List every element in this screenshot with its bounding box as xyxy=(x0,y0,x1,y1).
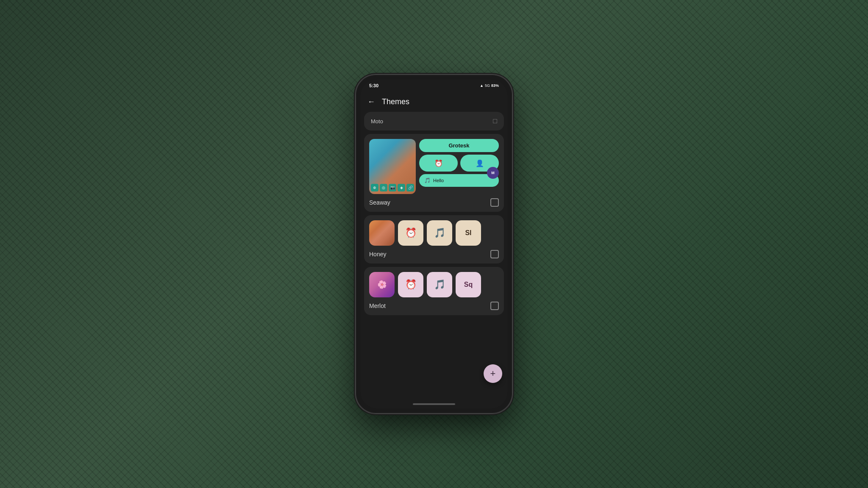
theme-card-moto[interactable]: Moto □ xyxy=(364,112,504,130)
seaway-music-widget: 🎵 Hello xyxy=(419,174,499,187)
signal-icon: 5G xyxy=(485,83,490,88)
honey-theme-name: Honey xyxy=(369,251,386,258)
phone-screen: 5:30 ▲ 5G 83% ← Themes Moto □ xyxy=(361,80,507,408)
seaway-preview: ⊕ ◎ 📷 ◈ 🔗 Grotesk xyxy=(369,139,499,194)
merlot-theme-name: Merlot xyxy=(369,302,386,309)
moto-checkbox[interactable]: □ xyxy=(493,117,497,125)
honey-text-icon: Sl xyxy=(456,220,481,246)
camera-notch xyxy=(428,80,440,84)
merlot-preview: 🌸 ⏰ 🎵 Sq xyxy=(369,272,499,297)
seaway-icon-row: ⏰ 👤 xyxy=(419,155,499,172)
seaway-select-checkbox[interactable] xyxy=(490,198,499,207)
seaway-widgets: Grotesk ⏰ 👤 🎵 Hello xyxy=(419,139,499,194)
seaway-music-label: Hello xyxy=(433,178,444,183)
theme-card-merlot[interactable]: 🌸 ⏰ 🎵 Sq Merlot xyxy=(364,267,504,315)
seaway-clock-icon: ⏰ xyxy=(419,155,458,172)
scroll-content: Moto □ ⊕ ◎ 📷 ◈ 🔗 xyxy=(361,112,507,408)
theme-card-seaway[interactable]: ⊕ ◎ 📷 ◈ 🔗 Grotesk xyxy=(364,134,504,212)
honey-select-checkbox[interactable] xyxy=(490,250,499,258)
honey-wallpaper xyxy=(369,220,395,246)
merlot-footer: Merlot xyxy=(369,302,499,310)
wifi-icon: ▲ xyxy=(480,83,484,88)
page-title: Themes xyxy=(382,97,409,106)
honey-clock-icon: ⏰ xyxy=(398,220,423,246)
merlot-select-checkbox[interactable] xyxy=(490,302,499,310)
status-time: 5:30 xyxy=(369,83,378,88)
motorola-badge: M xyxy=(487,167,499,179)
seaway-font-label: Grotesk xyxy=(419,139,499,152)
status-icons: ▲ 5G 83% xyxy=(480,83,499,88)
battery-indicator: 83% xyxy=(491,83,499,88)
merlot-text-icon: Sq xyxy=(456,272,481,297)
phone-device: 5:30 ▲ 5G 83% ← Themes Moto □ xyxy=(356,75,512,413)
status-bar: 5:30 ▲ 5G 83% xyxy=(361,80,507,92)
theme-card-honey[interactable]: ⏰ 🎵 Sl Honey xyxy=(364,215,504,263)
fab-plus-icon: + xyxy=(490,368,496,379)
moto-theme-label: Moto xyxy=(371,118,383,125)
merlot-clock-icon: ⏰ xyxy=(398,272,423,297)
merlot-wallpaper: 🌸 xyxy=(369,272,395,297)
seaway-music-note-icon: 🎵 xyxy=(424,177,431,183)
seaway-footer: Seaway xyxy=(369,198,499,207)
honey-preview: ⏰ 🎵 Sl xyxy=(369,220,499,246)
back-button[interactable]: ← xyxy=(367,97,375,106)
merlot-music-icon: 🎵 xyxy=(427,272,452,297)
top-bar: ← Themes xyxy=(361,92,507,112)
fab-button[interactable]: + xyxy=(484,364,502,383)
honey-footer: Honey xyxy=(369,250,499,258)
honey-music-icon: 🎵 xyxy=(427,220,452,246)
bottom-nav-indicator xyxy=(413,403,455,405)
seaway-theme-name: Seaway xyxy=(369,199,390,206)
seaway-wallpaper: ⊕ ◎ 📷 ◈ 🔗 xyxy=(369,139,416,194)
